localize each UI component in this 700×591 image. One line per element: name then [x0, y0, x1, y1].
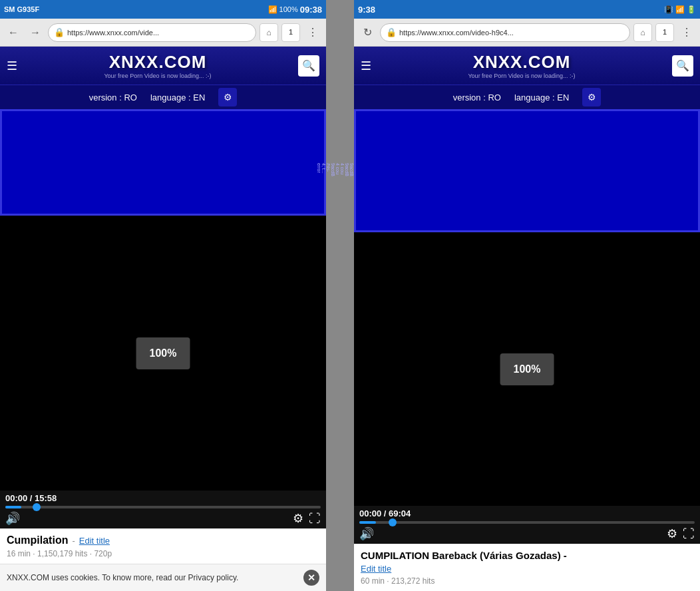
left-version-bar: version : RO language : EN ⚙	[0, 85, 326, 109]
right-site-header: ☰ XNXX.COM Your free Porn Video is now l…	[354, 47, 700, 85]
right-tab-count: 1	[663, 29, 667, 36]
left-forward-btn[interactable]: →	[26, 23, 45, 42]
divider: ork 9acdB 9acdB 9acdB 4 cou 4 cou 9acdB …	[326, 0, 354, 591]
left-controls-row: 🔊 ⚙ ⛶	[5, 511, 321, 526]
left-video-top	[0, 109, 326, 216]
right-volume-btn[interactable]: 🔊	[359, 526, 374, 541]
right-logo-text: XNXX.COM	[468, 52, 575, 73]
left-video-title: Cumpilation	[7, 534, 68, 546]
left-phone: SM G935F 📶 100% 09:38 ← → 🔒 https://www.…	[0, 0, 326, 591]
left-video-info: Cumpilation - Edit title 16 min · 1,150,…	[0, 528, 326, 564]
right-video-controls: 00:00 / 69:04 🔊 ⚙ ⛶	[354, 506, 700, 544]
right-version-text: version : RO	[453, 93, 501, 102]
right-video-player[interactable]: 100%	[354, 232, 700, 506]
left-tabs-btn[interactable]: 1	[281, 23, 300, 42]
left-progress-bar[interactable]	[5, 506, 321, 508]
right-edit-title-row: Edit title	[361, 564, 693, 574]
left-site-logo: XNXX.COM Your free Porn Video is now loa…	[104, 52, 211, 79]
right-video-info: CUMPILATION Bareback (Várias Gozadas) - …	[354, 544, 700, 591]
right-progress-fill	[359, 521, 376, 524]
right-url-bar[interactable]: 🔒 https://www.xnxx.com/video-h9c4...	[380, 23, 630, 42]
right-url-text: https://www.xnxx.com/video-h9c4...	[399, 29, 514, 37]
right-video-title: CUMPILATION Bareback (Várias Gozadas) -	[361, 550, 567, 561]
left-search-btn[interactable]: 🔍	[298, 55, 319, 77]
left-logo-text: XNXX.COM	[104, 52, 211, 73]
left-wifi-icon: 📶	[268, 5, 277, 14]
right-progress-thumb[interactable]	[389, 518, 397, 526]
right-vibrate-icon: 📳	[664, 5, 673, 14]
right-lock-icon: 🔒	[386, 27, 397, 37]
right-reload-btn[interactable]: ↻	[358, 23, 377, 42]
left-tab-count: 1	[289, 29, 293, 36]
right-phone: 9:38 📳 📶 🔋 ↻ 🔒 https://www.xnxx.com/vide…	[354, 0, 700, 591]
left-progress-fill	[5, 506, 21, 508]
right-battery-icon: 🔋	[687, 5, 696, 14]
right-progress-bar[interactable]	[359, 521, 695, 524]
right-fullscreen-btn[interactable]: ⛶	[683, 527, 695, 541]
left-language-text: language : EN	[150, 93, 205, 102]
left-cookie-text: XNXX.COM uses cookies. To know more, rea…	[7, 572, 298, 584]
right-video-top	[354, 109, 700, 232]
right-language-text: language : EN	[514, 93, 569, 102]
left-volume-btn[interactable]: 🔊	[5, 511, 20, 526]
left-time-display: 00:00 / 15:58	[5, 493, 321, 503]
right-menu-btn[interactable]: ⋮	[677, 23, 696, 42]
left-hamburger-icon[interactable]: ☰	[7, 59, 17, 73]
right-home-btn[interactable]: ⌂	[633, 23, 652, 42]
left-home-btn[interactable]: ⌂	[260, 23, 278, 42]
left-edit-title-link[interactable]: Edit title	[79, 536, 110, 546]
left-video-meta: 16 min · 1,150,179 hits · 720p	[7, 549, 319, 558]
left-video-controls: 00:00 / 15:58 🔊 ⚙ ⛶	[0, 491, 326, 528]
right-status-icons: 📳 📶 🔋	[664, 5, 696, 14]
left-cookie-close-btn[interactable]: ✕	[303, 570, 319, 586]
left-time: 09:38	[300, 5, 322, 15]
right-tabs-btn[interactable]: 1	[655, 23, 674, 42]
right-hamburger-icon[interactable]: ☰	[361, 59, 371, 73]
left-logo-subtitle: Your free Porn Video is now loading... :…	[104, 73, 211, 79]
right-browser-bar: ↻ 🔒 https://www.xnxx.com/video-h9c4... ⌂…	[354, 19, 700, 47]
left-browser-bar: ← → 🔒 https://www.xnxx.com/vide... ⌂ 1 ⋮	[0, 19, 326, 47]
right-search-btn[interactable]: 🔍	[672, 55, 693, 77]
left-video-player[interactable]: 100%	[0, 216, 326, 491]
left-back-btn[interactable]: ←	[4, 23, 23, 42]
left-video-title-row: Cumpilation - Edit title	[7, 534, 319, 546]
right-logo-subtitle: Your free Porn Video is now loading... :…	[468, 73, 575, 79]
right-settings-btn[interactable]: ⚙	[582, 88, 601, 106]
left-settings-btn[interactable]: ⚙	[218, 88, 237, 106]
right-time: 9:38	[358, 5, 375, 15]
left-device-name: SM G935F	[4, 5, 39, 13]
left-version-text: version : RO	[89, 93, 137, 102]
left-fullscreen-btn[interactable]: ⛶	[309, 512, 321, 526]
right-edit-title-link[interactable]: Edit title	[361, 564, 391, 574]
left-url-bar[interactable]: 🔒 https://www.xnxx.com/vide...	[48, 23, 256, 42]
left-battery-text: 100%	[279, 5, 298, 13]
left-menu-btn[interactable]: ⋮	[303, 23, 322, 42]
right-video-meta: 60 min · 213,272 hits	[361, 576, 693, 586]
left-url-text: https://www.xnxx.com/vide...	[67, 29, 159, 37]
left-status-icons: 📶 100% 09:38	[268, 5, 322, 15]
right-time-display: 00:00 / 69:04	[359, 508, 695, 518]
right-video-title-row: CUMPILATION Bareback (Várias Gozadas) -	[361, 550, 693, 561]
right-version-bar: version : RO language : EN ⚙	[354, 85, 700, 109]
left-lock-icon: 🔒	[54, 27, 65, 37]
right-wifi-icon: 📶	[675, 5, 685, 14]
right-status-bar: 9:38 📳 📶 🔋	[354, 0, 700, 19]
right-gear-btn[interactable]: ⚙	[667, 526, 677, 541]
right-volume-indicator: 100%	[500, 353, 554, 385]
right-site-logo: XNXX.COM Your free Porn Video is now loa…	[468, 52, 575, 79]
left-cookie-notice: XNXX.COM uses cookies. To know more, rea…	[0, 564, 326, 591]
left-volume-indicator: 100%	[136, 337, 190, 369]
right-controls-row: 🔊 ⚙ ⛶	[359, 526, 695, 541]
left-gear-btn[interactable]: ⚙	[293, 511, 303, 526]
left-status-bar: SM G935F 📶 100% 09:38	[0, 0, 326, 19]
left-site-header: ☰ XNXX.COM Your free Porn Video is now l…	[0, 47, 326, 85]
left-progress-thumb[interactable]	[33, 503, 41, 511]
